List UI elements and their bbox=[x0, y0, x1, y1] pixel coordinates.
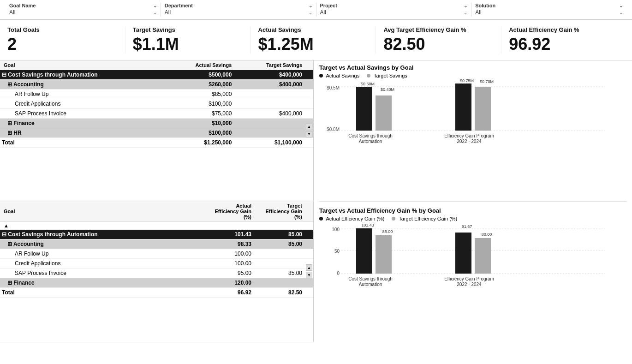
savings-table: Goal Actual Savings Target Savings ⊟ Cos… bbox=[0, 60, 313, 148]
cell-goal: ⊞ Finance bbox=[0, 118, 164, 128]
filter-project[interactable]: Project ⌄ All ⌄ bbox=[316, 3, 472, 17]
table-row: ⊞ Finance 120.00 bbox=[0, 278, 313, 288]
cell-spacer-eff bbox=[306, 230, 313, 239]
filter-solution-dropdown[interactable]: ⌄ bbox=[619, 10, 623, 15]
cell-target-eff: 85.00 bbox=[255, 239, 306, 249]
kpi-actual-savings-label: Actual Savings bbox=[258, 26, 301, 33]
cell-target bbox=[235, 128, 306, 137]
table-row: ⊞ HR $100,000 bbox=[0, 128, 313, 137]
cell-actual: $100,000 bbox=[164, 99, 235, 108]
cell-actual: $85,000 bbox=[164, 89, 235, 99]
filter-goal-name-chevron: ⌄ bbox=[153, 3, 157, 8]
savings-chart-title: Target vs Actual Savings by Goal bbox=[319, 64, 626, 71]
kpi-total-goals: Total Goals 2 bbox=[6, 26, 125, 54]
cell-goal: Total bbox=[0, 137, 164, 147]
col-goal-eff: Goal bbox=[0, 201, 204, 222]
table-row: SAP Process Invoice $75,000 $400,000 bbox=[0, 108, 313, 118]
filter-project-chevron: ⌄ bbox=[464, 3, 467, 8]
table-row: Credit Applications 100.00 bbox=[0, 259, 313, 269]
efficiency-table-container: Goal ActualEfficiency Gain(%) TargetEffi… bbox=[0, 201, 313, 342]
main-content: Goal Actual Savings Target Savings ⊟ Cos… bbox=[0, 60, 632, 342]
cell-goal: ⊞ Accounting bbox=[0, 79, 164, 89]
cell-goal-eff: Total bbox=[0, 288, 204, 298]
cell-target-eff: 82.50 bbox=[255, 288, 306, 298]
cell-spacer-eff bbox=[306, 278, 313, 288]
legend-actual-efficiency-label: Actual Efficiency Gain (%) bbox=[326, 216, 384, 221]
scroll-down-btn-2[interactable]: ▼ bbox=[306, 272, 312, 278]
cell-spacer bbox=[306, 99, 313, 108]
svg-text:101.43: 101.43 bbox=[361, 223, 374, 227]
bar-egp-target bbox=[475, 87, 491, 131]
filter-project-value: All bbox=[320, 9, 326, 16]
cell-goal: SAP Process Invoice bbox=[0, 108, 164, 118]
svg-text:Automation: Automation bbox=[359, 282, 382, 287]
cell-spacer bbox=[306, 137, 313, 147]
scroll-down-btn[interactable]: ▼ bbox=[306, 131, 312, 137]
cell-actual: $10,000 bbox=[164, 118, 235, 128]
cell-target: $400,000 bbox=[235, 79, 306, 89]
table-row: AR Follow Up 100.00 bbox=[0, 249, 313, 259]
cell-target bbox=[235, 99, 306, 108]
cell-goal-eff: AR Follow Up bbox=[0, 249, 204, 259]
svg-text:Efficiency Gain Program: Efficiency Gain Program bbox=[444, 133, 494, 138]
col-scroll bbox=[306, 60, 313, 70]
scroll-indicator-row: ▲ bbox=[0, 222, 313, 230]
scroll-indicator-1[interactable]: ▲ ▼ bbox=[306, 124, 312, 137]
kpi-target-savings-label: Target Savings bbox=[133, 26, 175, 33]
cell-actual: $75,000 bbox=[164, 108, 235, 118]
cell-actual: $260,000 bbox=[164, 79, 235, 89]
legend-target-savings: Target Savings bbox=[367, 73, 407, 78]
efficiency-chart-legend: Actual Efficiency Gain (%) Target Effici… bbox=[319, 216, 626, 221]
filter-project-dropdown[interactable]: ⌄ bbox=[464, 10, 467, 15]
svg-text:$0.75M: $0.75M bbox=[460, 78, 474, 83]
savings-table-container: Goal Actual Savings Target Savings ⊟ Cos… bbox=[0, 60, 313, 202]
filter-goal-name-dropdown[interactable]: ⌄ bbox=[153, 10, 157, 15]
col-target-efficiency: TargetEfficiency Gain(%) bbox=[255, 201, 306, 222]
svg-text:0: 0 bbox=[337, 271, 340, 276]
cell-spacer-eff bbox=[306, 249, 313, 259]
bar-egp-actual-eff bbox=[455, 233, 471, 274]
kpi-actual-efficiency: Actual Efficiency Gain % 96.92 bbox=[501, 26, 626, 54]
scroll-indicator-2[interactable]: ▲ ▼ bbox=[306, 264, 312, 278]
legend-actual-savings: Actual Savings bbox=[319, 73, 359, 78]
scroll-up-btn-2[interactable]: ▲ bbox=[306, 264, 312, 271]
filter-goal-name[interactable]: Goal Name ⌄ All ⌄ bbox=[6, 3, 161, 17]
filter-department[interactable]: Department ⌄ All ⌄ bbox=[161, 3, 316, 17]
cell-spacer bbox=[306, 70, 313, 79]
legend-target-efficiency: Target Efficiency Gain (%) bbox=[392, 216, 457, 221]
cell-goal-eff: ⊞ Accounting bbox=[0, 239, 204, 249]
kpi-row: Total Goals 2 Target Savings $1.1M Actua… bbox=[0, 20, 632, 60]
kpi-total-goals-value: 2 bbox=[7, 35, 17, 54]
svg-text:91.67: 91.67 bbox=[462, 224, 472, 229]
savings-chart-legend: Actual Savings Target Savings bbox=[319, 73, 626, 78]
col-scroll2 bbox=[306, 201, 313, 222]
svg-text:2022 - 2024: 2022 - 2024 bbox=[457, 282, 482, 287]
filter-solution[interactable]: Solution ⌄ All ⌄ bbox=[471, 3, 626, 17]
filter-solution-label: Solution bbox=[475, 3, 495, 8]
bar-egp-actual bbox=[455, 84, 471, 131]
filter-department-value: All bbox=[165, 9, 171, 16]
svg-text:50: 50 bbox=[334, 249, 340, 254]
efficiency-chart-svg: 100 50 0 101.43 85.00 Cost Savings throu… bbox=[319, 224, 614, 293]
cell-target: $1,100,000 bbox=[235, 137, 306, 147]
table-row: ⊞ Accounting 98.33 85.00 bbox=[0, 239, 313, 249]
cell-goal-eff: ⊟ Cost Savings through Automation bbox=[0, 230, 204, 239]
kpi-target-savings: Target Savings $1.1M bbox=[125, 26, 251, 54]
kpi-actual-efficiency-value: 96.92 bbox=[509, 35, 550, 54]
tables-section: Goal Actual Savings Target Savings ⊟ Cos… bbox=[0, 60, 314, 342]
cell-actual: $100,000 bbox=[164, 128, 235, 137]
cell-target-eff bbox=[255, 249, 306, 259]
legend-actual-savings-dot bbox=[319, 74, 323, 78]
scroll-up-btn[interactable]: ▲ bbox=[306, 124, 312, 130]
filter-department-dropdown[interactable]: ⌄ bbox=[309, 10, 312, 15]
table-row: ⊟ Cost Savings through Automation $500,0… bbox=[0, 70, 313, 79]
table-row: ⊞ Accounting $260,000 $400,000 bbox=[0, 79, 313, 89]
table-row: Credit Applications $100,000 bbox=[0, 99, 313, 108]
cell-target bbox=[235, 118, 306, 128]
savings-chart-block: Target vs Actual Savings by Goal Actual … bbox=[319, 64, 626, 196]
cell-goal: ⊞ HR bbox=[0, 128, 164, 137]
col-actual-savings: Actual Savings bbox=[164, 60, 235, 70]
cell-target-eff bbox=[255, 278, 306, 288]
table-row: Total 96.92 82.50 bbox=[0, 288, 313, 298]
filter-department-label: Department bbox=[165, 3, 193, 8]
